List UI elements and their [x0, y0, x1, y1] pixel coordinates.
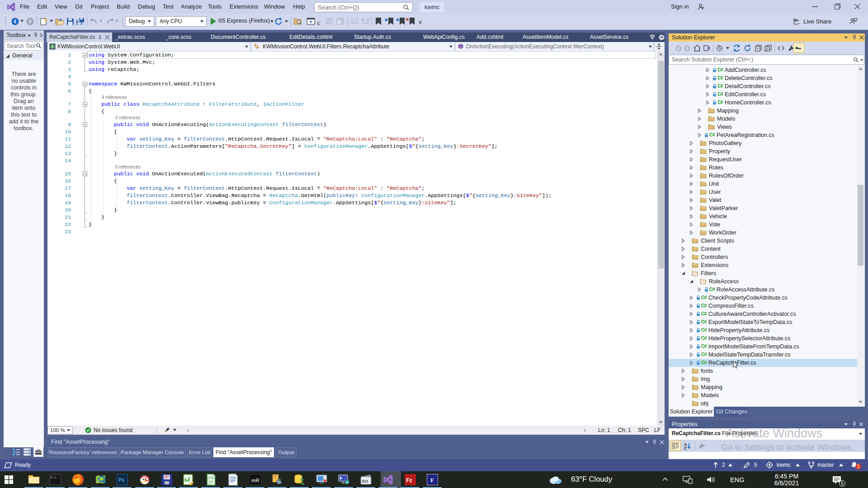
svg-text:321: 321: [362, 479, 368, 483]
svg-text:Z: Z: [684, 446, 687, 450]
svg-text:mR: mR: [251, 478, 259, 483]
svg-text:LITE: LITE: [208, 476, 214, 479]
svg-text:Ps: Ps: [118, 477, 124, 483]
svg-text:C:\: C:\: [51, 476, 57, 479]
svg-text:Fz: Fz: [406, 477, 412, 483]
svg-text:F: F: [430, 477, 434, 483]
